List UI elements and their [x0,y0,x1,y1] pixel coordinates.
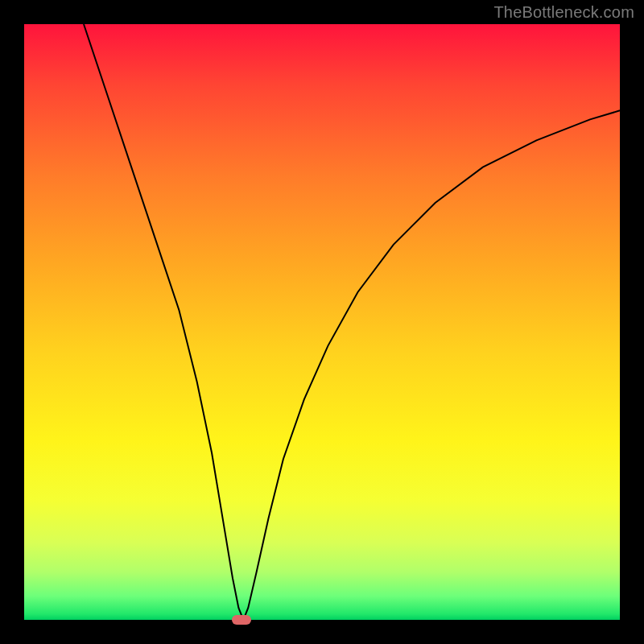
curve-line [84,24,620,620]
watermark-text: TheBottleneck.com [493,3,634,22]
plot-area [24,24,620,620]
chart-frame: TheBottleneck.com [0,0,644,644]
minimum-marker [232,615,251,625]
bottleneck-curve [24,24,620,620]
